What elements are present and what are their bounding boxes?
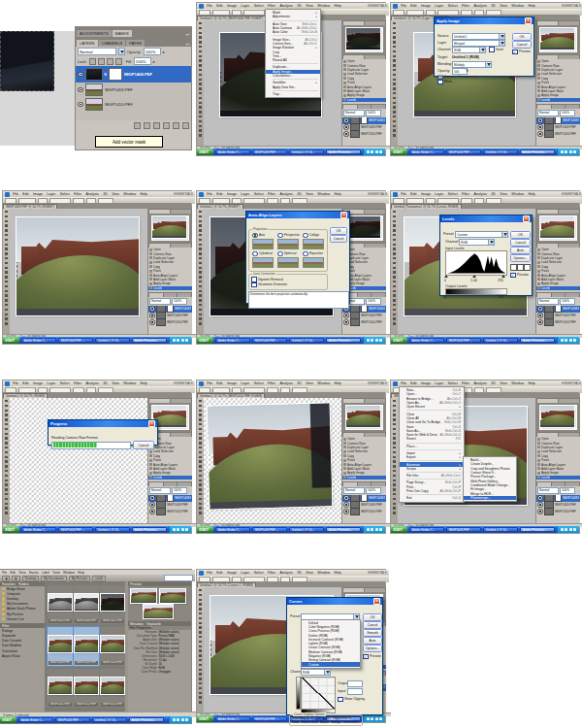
layer-row[interactable]: IMGP1409.PEF	[148, 313, 192, 319]
workspace-label[interactable]: ESSENTIALS	[562, 381, 581, 385]
visibility-eye-icon[interactable]	[537, 502, 543, 508]
preset-select-dropdown-arrow[interactable]	[501, 231, 508, 238]
layer-row[interactable]: IMGP1410.PEF	[536, 319, 580, 326]
tray-icon[interactable]	[573, 150, 576, 153]
menu-image[interactable]: Image	[420, 381, 432, 385]
panel-tab[interactable]	[365, 433, 385, 437]
layer-row[interactable]: IMGP1408.PEF	[148, 306, 192, 313]
menu-item[interactable]: RevertF12	[400, 437, 464, 441]
ok-button[interactable]: OK	[510, 231, 531, 239]
start-button[interactable]: start	[391, 526, 407, 533]
panel-tab[interactable]	[372, 105, 385, 109]
tab-masks[interactable]: MASKS	[113, 30, 132, 37]
close-icon[interactable]: ×	[340, 212, 347, 218]
menu-3d[interactable]: 3D	[102, 381, 109, 385]
menu-window[interactable]: Window	[510, 192, 525, 196]
menu-3d[interactable]: 3D	[296, 381, 303, 385]
panel-tab[interactable]	[358, 293, 372, 297]
adjustment-layer-icon[interactable]	[163, 122, 170, 129]
tray-icon[interactable]	[173, 528, 176, 531]
layer-mask-thumbnail[interactable]	[361, 495, 369, 502]
menu-file[interactable]: File	[206, 192, 213, 196]
show-option[interactable]: Baseline	[320, 720, 329, 724]
panel-tab[interactable]	[537, 21, 558, 25]
thumbnail-cell[interactable]: IMGP1411.PEF	[48, 669, 73, 708]
taskbar-task-button[interactable]: IMGP1408.PEF ...	[446, 527, 481, 532]
panel-tab[interactable]	[171, 210, 191, 214]
layer-row[interactable]: IMGP1408.PEF	[536, 306, 580, 313]
panel-tab[interactable]	[559, 433, 579, 437]
taskbar-task-button[interactable]: Untitled-1 @ 16...	[95, 527, 130, 532]
panel-tab[interactable]	[552, 105, 566, 109]
opacity-value[interactable]: 100%	[144, 48, 161, 55]
taskbar-task-button[interactable]: Adobe Bridge C...	[215, 527, 250, 532]
layer-thumbnail[interactable]	[544, 124, 554, 131]
cancel-button[interactable]: Cancel	[510, 239, 531, 247]
menu-select[interactable]: Select	[253, 192, 265, 196]
taskbar-task-button[interactable]: IMGP1408.PEF ...	[446, 338, 481, 343]
output-input[interactable]	[347, 680, 363, 687]
thumbnail-cell[interactable]: IMGP1413.PEF	[100, 669, 125, 708]
preset-list-item[interactable]: Custom	[302, 662, 360, 666]
menu-3d[interactable]: 3D	[490, 4, 497, 8]
workspace-label[interactable]: ESSENTIALS	[174, 192, 193, 196]
start-button[interactable]: start	[197, 337, 213, 344]
visibility-eye-icon[interactable]	[149, 306, 155, 312]
menu-edit[interactable]: Edit	[215, 4, 224, 8]
forward-icon[interactable]: ▶	[12, 576, 19, 581]
lock-transparency-icon[interactable]	[89, 58, 96, 65]
close-icon[interactable]: ×	[373, 598, 380, 605]
panel-tab[interactable]	[171, 433, 191, 437]
tray-icon[interactable]	[177, 528, 179, 531]
panel-tab[interactable]	[552, 482, 566, 486]
menu-view[interactable]: View	[305, 381, 314, 385]
blend-dropdown-arrow[interactable]	[118, 48, 125, 55]
document-canvas[interactable]	[10, 398, 147, 523]
radio-icon[interactable]	[252, 233, 258, 239]
filter-row[interactable]: Aspect Ratio	[0, 653, 45, 658]
visibility-eye-icon[interactable]	[343, 117, 349, 123]
menu-analysis[interactable]: Analysis	[278, 571, 294, 575]
menu-window[interactable]: Window	[316, 381, 331, 385]
panel-tab[interactable]	[178, 293, 191, 297]
layer-mask-thumbnail[interactable]	[361, 306, 369, 313]
preview-checkbox[interactable]: ✓	[363, 654, 369, 660]
visibility-eye-icon[interactable]	[149, 495, 155, 501]
menu-select[interactable]: Select	[253, 381, 265, 385]
radio-icon[interactable]	[277, 233, 283, 239]
panel-tab[interactable]	[537, 210, 558, 214]
tray-icon[interactable]	[185, 718, 188, 721]
visibility-eye-icon[interactable]	[343, 509, 349, 514]
tab-keywords[interactable]: Keywords	[146, 622, 161, 626]
close-icon[interactable]: ×	[525, 17, 532, 24]
panel-tab[interactable]	[365, 588, 385, 592]
tray-icon[interactable]	[375, 339, 378, 342]
menu-file[interactable]: File	[400, 381, 407, 385]
layer-thumbnail[interactable]	[350, 319, 360, 326]
tray-icon[interactable]	[561, 150, 564, 153]
tray-icon[interactable]	[375, 528, 378, 531]
panel-tab[interactable]	[559, 21, 579, 25]
opacity-value[interactable]: 100%	[172, 298, 187, 305]
show-option[interactable]: Histogram	[331, 720, 341, 724]
visibility-eye-icon[interactable]	[78, 87, 83, 93]
menu-select[interactable]: Select	[59, 192, 71, 196]
layer-row[interactable]: IMGP1409.PEF	[536, 124, 580, 131]
tab-paths[interactable]: PATHS	[126, 40, 145, 47]
bridge-menu-file[interactable]: File	[2, 571, 7, 575]
fill-value[interactable]: 100%	[134, 57, 151, 65]
menu-window[interactable]: Window	[316, 192, 331, 196]
smooth-button[interactable]: Smooth	[363, 629, 382, 637]
menu-file[interactable]: File	[206, 4, 213, 8]
start-button[interactable]: start	[391, 337, 407, 344]
layer-row[interactable]: IMGP1410.PEF	[342, 509, 386, 515]
tool-icons-column[interactable]	[199, 400, 203, 515]
panel-tab[interactable]	[358, 105, 372, 109]
menu-help[interactable]: Help	[333, 571, 342, 575]
apply-image-dialog-titlebar[interactable]: Apply Image×	[435, 17, 534, 24]
menu-filter[interactable]: Filter	[267, 381, 276, 385]
menu-layer[interactable]: Layer	[46, 192, 56, 196]
panel-tab[interactable]	[149, 210, 170, 214]
layer-thumbnail[interactable]	[350, 509, 360, 515]
taskbar-task-button[interactable]: IMGP1408.PEF ...	[446, 149, 481, 154]
